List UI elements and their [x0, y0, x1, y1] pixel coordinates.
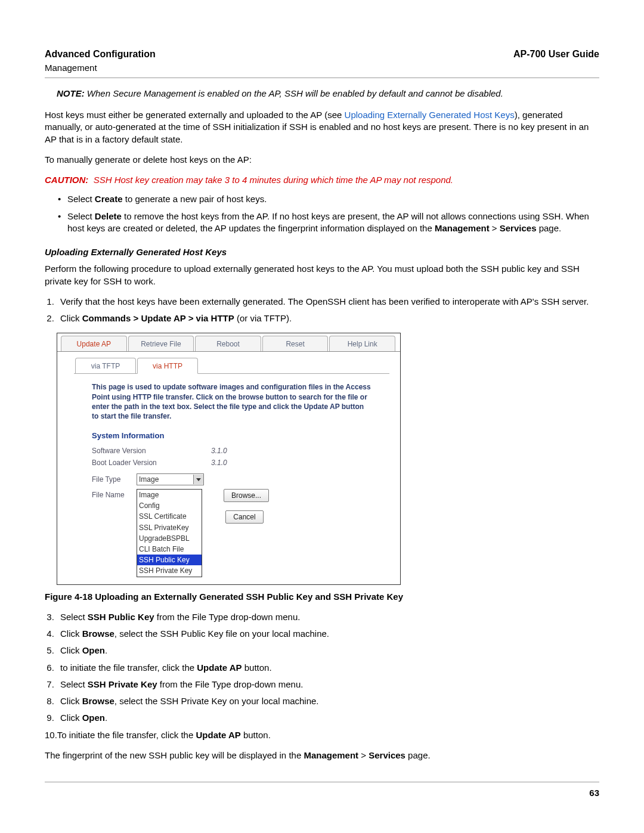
- paragraph-procedure: Perform the following procedure to uploa…: [45, 263, 599, 287]
- inner-tab-row: via TFTP via HTTP: [57, 352, 400, 373]
- bootloader-version-row: Boot Loader Version 3.1.0: [92, 458, 371, 467]
- steps-list-a: Verify that the host keys have been exte…: [45, 296, 599, 325]
- opt-ssl-privatekey[interactable]: SSL PrivateKey: [137, 522, 202, 533]
- paragraph-hostkeys: Host keys must either be generated exter…: [45, 109, 599, 145]
- opt-image[interactable]: Image: [137, 490, 202, 500]
- step-6: to initiate the file transfer, click the…: [57, 662, 599, 674]
- browse-button[interactable]: Browse...: [224, 489, 269, 502]
- paragraph-manual: To manually generate or delete host keys…: [45, 154, 599, 166]
- software-version-value: 3.1.0: [211, 446, 227, 456]
- file-type-row: File Type Image: [92, 473, 371, 485]
- tab-retrieve-file[interactable]: Retrieve File: [128, 336, 194, 351]
- bootloader-version-label: Boot Loader Version: [92, 458, 211, 467]
- step-8: Click Browse, select the SSH Private Key…: [57, 695, 599, 707]
- note-text: When Secure Management is enabled on the…: [87, 88, 503, 98]
- step-5: Click Open.: [57, 645, 599, 657]
- step-7: Select SSH Private Key from the File Typ…: [57, 679, 599, 690]
- link-uploading-hostkeys[interactable]: Uploading Externally Generated Host Keys: [345, 110, 515, 120]
- file-type-label: File Type: [92, 473, 137, 484]
- step-3: Select SSH Public Key from the File Type…: [57, 611, 599, 623]
- header-divider: [45, 78, 599, 78]
- step-4: Click Browse, select the SSH Public Key …: [57, 628, 599, 640]
- chevron-down-icon: [193, 475, 203, 484]
- header-title: Advanced Configuration: [45, 48, 156, 61]
- page-header: Advanced Configuration Management AP-700…: [45, 48, 599, 74]
- caution-text: SSH Host key creation may take 3 to 4 mi…: [94, 175, 453, 185]
- inner-body: This page is used to update software ima…: [74, 373, 389, 584]
- header-left: Advanced Configuration Management: [45, 48, 156, 74]
- tab-via-http[interactable]: via HTTP: [137, 358, 198, 374]
- step-1: Verify that the host keys have been exte…: [57, 296, 599, 308]
- button-column: Browse... Cancel: [220, 489, 269, 524]
- bullet-delete: Select Delete to remove the host keys fr…: [58, 210, 599, 235]
- figure-caption: Figure 4-18 Uploading an Externally Gene…: [45, 591, 599, 603]
- tab-reset[interactable]: Reset: [262, 336, 329, 351]
- page-number: 63: [45, 787, 599, 799]
- opt-ssl-certificate[interactable]: SSL Certificate: [137, 511, 202, 522]
- software-version-label: Software Version: [92, 446, 211, 456]
- paragraph-fingerprint: The fingerprint of the new SSH public ke…: [45, 750, 599, 761]
- file-type-dropdown[interactable]: Image Config SSL Certificate SSL Private…: [137, 489, 202, 577]
- tab-update-ap[interactable]: Update AP: [61, 336, 127, 351]
- subheading-uploading: Uploading Externally Generated Host Keys: [45, 246, 599, 258]
- caution-line: CAUTION: SSH Host key creation may take …: [45, 174, 599, 186]
- footer-divider: [45, 782, 599, 782]
- top-tab-row: Update AP Retrieve File Reboot Reset Hel…: [57, 333, 400, 352]
- note-line: NOTE: When Secure Management is enabled …: [57, 88, 599, 100]
- file-type-selected: Image: [139, 475, 159, 484]
- software-version-row: Software Version 3.1.0: [92, 446, 371, 456]
- note-label: NOTE:: [57, 88, 85, 98]
- bootloader-version-value: 3.1.0: [211, 458, 227, 467]
- tab-help-link[interactable]: Help Link: [329, 336, 395, 351]
- opt-ssh-public-key[interactable]: SSH Public Key: [137, 555, 202, 565]
- tab-reboot[interactable]: Reboot: [195, 336, 261, 351]
- file-type-select[interactable]: Image: [137, 473, 204, 485]
- file-name-row: File Name Image Config SSL Certificate S…: [92, 489, 371, 577]
- opt-config[interactable]: Config: [137, 500, 202, 511]
- step-2: Click Commands > Update AP > via HTTP (o…: [57, 312, 599, 324]
- caution-label: CAUTION:: [45, 175, 88, 185]
- bullet-create: Select Create to generate a new pair of …: [58, 193, 599, 205]
- opt-ssh-private-key[interactable]: SSH Private Key: [137, 565, 202, 576]
- opt-upgradebspbl[interactable]: UpgradeBSPBL: [137, 533, 202, 544]
- help-text: This page is used to update software ima…: [92, 382, 371, 421]
- embedded-screenshot: Update AP Retrieve File Reboot Reset Hel…: [57, 333, 599, 584]
- opt-cli-batch-file[interactable]: CLI Batch File: [137, 544, 202, 555]
- system-information-title: System Information: [92, 431, 371, 441]
- file-name-label: File Name: [92, 489, 137, 500]
- bullet-list: Select Create to generate a new pair of …: [45, 193, 599, 234]
- cancel-button[interactable]: Cancel: [225, 510, 263, 524]
- file-name-controls: Image Config SSL Certificate SSL Private…: [137, 489, 202, 577]
- step-9: Click Open.: [57, 712, 599, 724]
- file-type-select-wrap: Image: [137, 473, 204, 485]
- header-subtitle: Management: [45, 62, 156, 74]
- header-right: AP-700 User Guide: [513, 48, 599, 74]
- step-10: 10.To initiate the file transfer, click …: [45, 729, 599, 741]
- steps-list-b: Select SSH Public Key from the File Type…: [45, 611, 599, 724]
- tab-via-tftp[interactable]: via TFTP: [75, 358, 136, 373]
